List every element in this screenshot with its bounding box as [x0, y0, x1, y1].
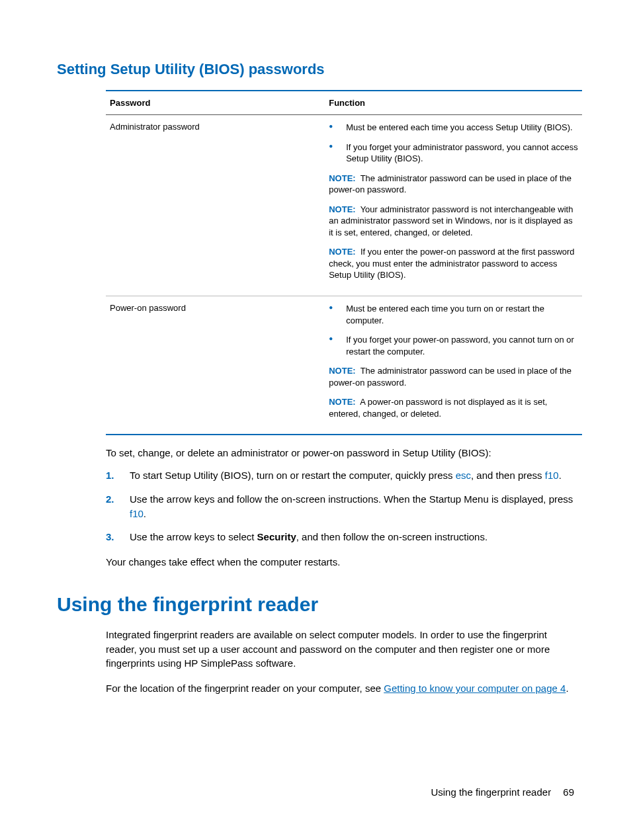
bullet-item: If you forget your power-on password, yo… [329, 334, 578, 357]
fingerprint-paragraph-2: For the location of the fingerprint read… [106, 681, 574, 696]
table-row: Administrator password Must be entered e… [106, 115, 582, 296]
note-text: Your administrator password is not inter… [329, 204, 573, 237]
footer-section-title: Using the fingerprint reader [431, 786, 551, 798]
fingerprint-paragraph-1: Integrated fingerprint readers are avail… [106, 628, 574, 671]
note-label: NOTE: [329, 247, 355, 257]
note-block: NOTE: A power-on password is not display… [329, 396, 578, 419]
step-text: Use the arrow keys and follow the on-scr… [130, 493, 573, 505]
bold-security: Security [257, 531, 296, 542]
note-label: NOTE: [329, 397, 355, 407]
note-block: NOTE: Your administrator password is not… [329, 204, 578, 239]
cross-reference-link[interactable]: Getting to know your computer on page 4 [384, 683, 566, 694]
table-header-password: Password [106, 91, 325, 115]
note-block: NOTE: The administrator password can be … [329, 173, 578, 196]
body-text-block: To set, change, or delete an administrat… [106, 446, 574, 569]
table-row: Power-on password Must be entered each t… [106, 296, 582, 435]
bullet-item: Must be entered each time you turn on or… [329, 303, 578, 326]
step-text: To start Setup Utility (BIOS), turn on o… [130, 470, 456, 481]
page-number: 69 [563, 786, 574, 798]
password-name-cell: Power-on password [106, 296, 325, 435]
note-text: The administrator password can be used i… [329, 366, 571, 388]
steps-list: To start Setup Utility (BIOS), turn on o… [106, 468, 574, 544]
note-text: A power-on password is not displayed as … [329, 397, 547, 419]
bullet-item: If you forget your administrator passwor… [329, 142, 578, 165]
document-page: Setting Setup Utility (BIOS) passwords P… [0, 0, 631, 840]
step-text: , and then follow the on-screen instruct… [296, 531, 487, 542]
note-label: NOTE: [329, 204, 355, 214]
key-f10: f10 [545, 470, 559, 481]
key-esc: esc [456, 470, 471, 481]
body-text-block: Integrated fingerprint readers are avail… [106, 628, 574, 696]
page-footer: Using the fingerprint reader 69 [431, 786, 574, 798]
intro-paragraph: To set, change, or delete an administrat… [106, 446, 574, 460]
paragraph-text: . [566, 683, 568, 694]
note-text: If you enter the power-on password at th… [329, 247, 574, 280]
step-item: Use the arrow keys and follow the on-scr… [106, 492, 574, 521]
step-text: Use the arrow keys to select [130, 531, 257, 542]
step-text: . [559, 470, 562, 481]
step-text: , and then press [471, 470, 545, 481]
key-f10: f10 [130, 508, 144, 519]
step-item: To start Setup Utility (BIOS), turn on o… [106, 468, 574, 483]
step-text: . [144, 508, 146, 519]
password-function-cell: Must be entered each time you access Set… [325, 115, 582, 296]
after-steps-paragraph: Your changes take effect when the comput… [106, 555, 574, 569]
password-function-cell: Must be entered each time you turn on or… [325, 296, 582, 435]
note-block: NOTE: If you enter the power-on password… [329, 246, 578, 281]
step-item: Use the arrow keys to select Security, a… [106, 530, 574, 544]
note-block: NOTE: The administrator password can be … [329, 365, 578, 388]
password-name-cell: Administrator password [106, 115, 325, 296]
table-header-function: Function [325, 91, 582, 115]
note-label: NOTE: [329, 366, 355, 376]
bullet-item: Must be entered each time you access Set… [329, 122, 578, 134]
section-heading-bios-passwords: Setting Setup Utility (BIOS) passwords [57, 61, 574, 78]
section-heading-fingerprint: Using the fingerprint reader [57, 593, 574, 616]
password-table: Password Function Administrator password… [106, 90, 582, 435]
note-text: The administrator password can be used i… [329, 173, 571, 195]
paragraph-text: For the location of the fingerprint read… [106, 683, 384, 694]
note-label: NOTE: [329, 173, 355, 183]
